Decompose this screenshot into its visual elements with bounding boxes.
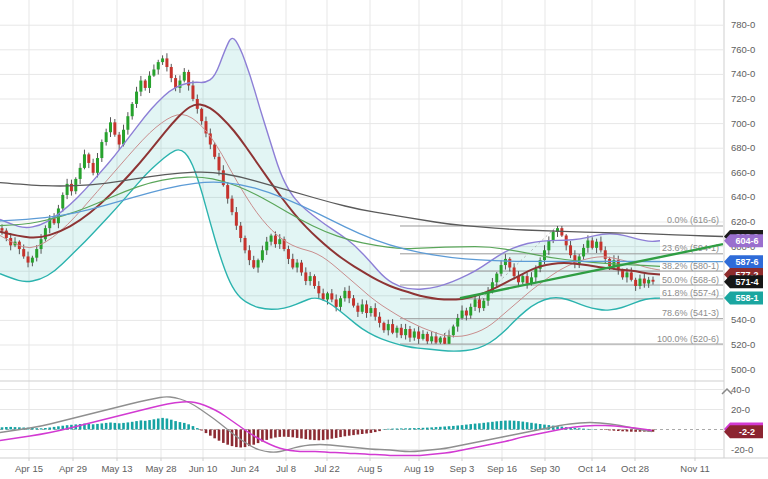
candle-body — [543, 250, 546, 260]
candle-body — [304, 272, 307, 281]
candle-body — [61, 195, 64, 209]
candle-body — [330, 293, 333, 299]
candle — [61, 192, 64, 211]
candle-body — [226, 185, 229, 199]
candle-body — [161, 58, 164, 62]
candle-body — [547, 240, 550, 250]
candle — [157, 60, 160, 75]
fib-level-label: 78.6% (541-3) — [662, 308, 719, 318]
candle-body — [430, 336, 433, 341]
date-axis-label: Jul 8 — [276, 463, 296, 474]
candle-body — [387, 324, 390, 330]
candle-body — [278, 239, 281, 244]
candle-body — [339, 298, 342, 307]
candle — [113, 119, 116, 137]
date-axis-label: Aug 5 — [358, 463, 383, 474]
date-axis-label: Oct 14 — [578, 463, 606, 474]
candle-body — [105, 132, 108, 142]
candle-body — [378, 317, 381, 323]
candle-body — [343, 291, 346, 298]
macd-value-tag: -2-2 — [724, 425, 763, 438]
candle-body — [552, 232, 555, 241]
date-axis-label: Oct 28 — [621, 463, 649, 474]
candle-body — [157, 62, 160, 69]
price-axis-label: 680-0 — [731, 142, 755, 153]
price-axis-labels: 780-0760-0740-0720-0700-0680-0660-0640-0… — [731, 19, 755, 374]
price-axis-label: 660-0 — [731, 167, 755, 178]
candle-body — [326, 293, 329, 299]
candle-body — [356, 306, 359, 312]
price-tags: 608-2604-6587-6577-2571-4558-1 — [724, 230, 763, 305]
candle-body — [231, 199, 234, 213]
candle — [144, 79, 147, 91]
candle — [105, 129, 108, 146]
candle-body — [404, 329, 407, 335]
candle-body — [382, 323, 385, 330]
candle-body — [87, 154, 90, 163]
candle-body — [417, 331, 420, 338]
candle-body — [413, 331, 416, 337]
price-axis-label: 700-0 — [731, 118, 755, 129]
candle-body — [521, 276, 524, 282]
candle-body — [586, 240, 589, 247]
candle-body — [152, 69, 155, 75]
price-axis-label: 780-0 — [731, 19, 755, 30]
price-axis-label: 720-0 — [731, 93, 755, 104]
candle-body — [131, 104, 134, 116]
candle-body — [191, 85, 194, 99]
candle-body — [369, 308, 372, 313]
candle-body — [44, 228, 47, 239]
candle-body — [582, 248, 585, 257]
candle-body — [274, 236, 277, 245]
bb-upper-tag-text: 604-6 — [735, 236, 758, 246]
candle-body — [1, 228, 4, 230]
candle-body — [569, 245, 572, 255]
candle — [131, 102, 134, 120]
candle-body — [400, 328, 403, 335]
candle-body — [178, 81, 181, 88]
candle-body — [235, 212, 238, 226]
candle-body — [630, 272, 633, 279]
candle-body — [391, 324, 394, 333]
candle — [152, 65, 155, 77]
candle-body — [408, 329, 411, 338]
gridlines — [0, 0, 723, 458]
price-axis-label: 620-0 — [731, 216, 755, 227]
candle — [135, 87, 138, 108]
candle-body — [27, 256, 30, 262]
date-axis: Apr 15Apr 29May 13May 28Jun 10Jun 24Jul … — [15, 458, 710, 474]
candle-body — [100, 142, 103, 158]
candle-body — [287, 249, 290, 259]
candle-body — [461, 311, 464, 318]
macd-axis-label: 20-0 — [731, 404, 750, 415]
date-axis-label: Aug 19 — [404, 463, 434, 474]
candle-body — [313, 276, 316, 286]
candle-body — [183, 72, 186, 81]
candle — [139, 76, 142, 96]
date-axis-label: Sep 30 — [530, 463, 560, 474]
candle-body — [244, 238, 247, 250]
candle-body — [482, 301, 485, 308]
candle-body — [148, 76, 151, 88]
candle-body — [504, 259, 507, 265]
candle-body — [599, 242, 602, 251]
candle — [118, 132, 121, 150]
price-axis-label: 640-0 — [731, 191, 755, 202]
candle-body — [495, 274, 498, 283]
last-price-tag-text: 571-4 — [735, 277, 758, 287]
candle-body — [96, 158, 99, 173]
candle-body — [322, 293, 325, 299]
candle — [79, 163, 82, 184]
candle-body — [508, 259, 511, 268]
macd-tags: -2-2 — [724, 423, 763, 439]
candle-body — [421, 334, 424, 339]
date-axis-label: Apr 15 — [15, 463, 43, 474]
price-axis-label: 740-0 — [731, 68, 755, 79]
macd-axis-label: -20-0 — [731, 444, 753, 455]
candle-body — [426, 334, 429, 341]
candle-body — [200, 109, 203, 121]
candle-body — [526, 276, 529, 283]
candle-body — [265, 242, 268, 251]
candle-body — [478, 299, 481, 308]
candle-body — [213, 145, 216, 157]
